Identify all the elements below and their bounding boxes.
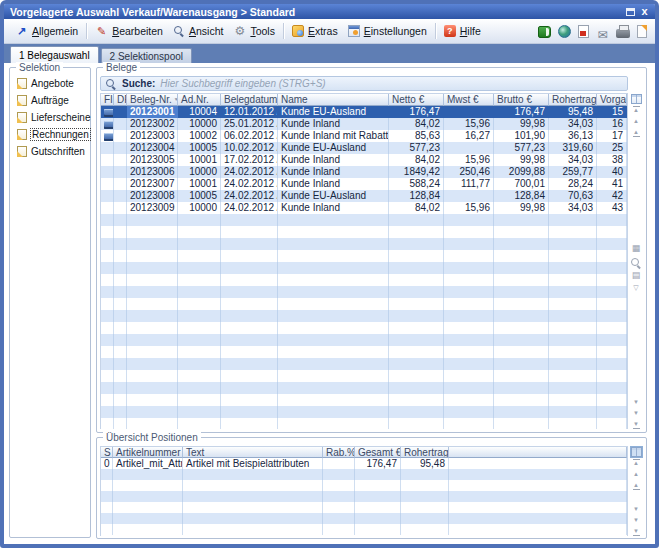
- grid-view-icon[interactable]: [630, 243, 642, 253]
- zoom-icon[interactable]: [630, 257, 643, 266]
- menu-item-extras[interactable]: Extras: [287, 23, 343, 39]
- cell: [101, 382, 114, 394]
- column-header-blank[interactable]: [449, 447, 627, 458]
- cell-rab: [323, 458, 355, 469]
- cell: [401, 469, 449, 480]
- belege-row[interactable]: 201230011000412.01.2012 /DoKunde EU-Ausl…: [101, 106, 627, 118]
- column-header-vorgang[interactable]: Vorgang: [597, 94, 627, 106]
- belege-row[interactable]: 201230041000510.02.2012 /FrKunde EU-Ausl…: [101, 142, 627, 154]
- column-header-gesamt[interactable]: Gesamt €: [355, 447, 401, 458]
- position-row[interactable]: 0Artikel_mit_AttributenArtikel mit Beisp…: [101, 458, 627, 469]
- selektion-item-angebote[interactable]: Angebote: [17, 78, 87, 89]
- menu-item-bearbeiten[interactable]: Bearbeiten: [90, 23, 168, 40]
- cell: [444, 298, 494, 310]
- cell-vorgang: 41: [597, 178, 627, 190]
- cell: [221, 370, 278, 382]
- cell: [278, 238, 389, 250]
- page-up-icon[interactable]: [630, 128, 643, 137]
- scroll-bottom-icon[interactable]: [630, 420, 643, 429]
- belege-row[interactable]: 201230031000206.02.2012 /MoKunde Inland …: [101, 130, 627, 142]
- note-icon: [17, 146, 27, 157]
- column-header-beleg-nr[interactable]: Beleg-Nr.: [127, 94, 178, 106]
- restore-window-icon[interactable]: [626, 8, 635, 16]
- column-header-text[interactable]: Text: [183, 447, 323, 458]
- scroll-up-icon[interactable]: [630, 470, 643, 479]
- page-up-icon[interactable]: [630, 481, 643, 490]
- cell: [389, 226, 444, 238]
- page-down-icon[interactable]: [630, 409, 643, 418]
- cell-name: Kunde EU-Ausland: [278, 142, 389, 154]
- book-icon[interactable]: [538, 26, 551, 38]
- belege-row[interactable]: 201230021000025.01.2012 /MiKunde Inland8…: [101, 118, 627, 130]
- menu-item-allgemein[interactable]: Allgemein: [10, 23, 83, 40]
- belege-row[interactable]: 201230071000124.02.2012 /FrKunde Inland5…: [101, 178, 627, 190]
- cell: [444, 370, 494, 382]
- printed-icon: [104, 109, 114, 117]
- scroll-down-icon[interactable]: [630, 398, 643, 407]
- titlebar[interactable]: Vorgelagerte Auswahl Verkauf/Warenausgan…: [4, 4, 655, 19]
- column-header-fi[interactable]: FI: [101, 94, 114, 106]
- page-down-icon[interactable]: [630, 516, 643, 525]
- menu-item-label: Tools: [250, 25, 275, 37]
- selektion-item-rechnungen[interactable]: Rechnungen: [17, 129, 87, 140]
- new-document-icon[interactable]: [637, 25, 647, 38]
- tab-1-belegauswahl[interactable]: 1 Belegauswahl: [10, 46, 99, 63]
- cell: [389, 214, 444, 226]
- selektion-panel: Selektion AngeboteAufträgeLieferscheineR…: [9, 67, 91, 538]
- scroll-up-icon[interactable]: [630, 117, 643, 126]
- menu-item-hilfe[interactable]: Hilfe: [439, 23, 486, 39]
- pdf-export-icon[interactable]: [578, 25, 589, 38]
- menu-separator: [435, 23, 436, 39]
- menu-item-ansicht[interactable]: Ansicht: [168, 23, 228, 39]
- cell-mwst: 15,96: [444, 202, 494, 214]
- cell: [278, 274, 389, 286]
- scroll-top-icon[interactable]: [630, 459, 643, 468]
- belege-row[interactable]: 201230091000024.02.2012 /FrKunde Inland8…: [101, 202, 627, 214]
- cell: [127, 406, 178, 418]
- list-icon[interactable]: [630, 270, 642, 280]
- tab-label: 2 Selektionspool: [110, 51, 183, 62]
- scroll-bottom-icon[interactable]: [630, 527, 643, 536]
- cell-fi: [101, 202, 114, 214]
- close-icon[interactable]: [640, 6, 649, 17]
- column-header-dr[interactable]: DR: [114, 94, 127, 106]
- email-icon[interactable]: [596, 25, 609, 38]
- column-header-ad-nr[interactable]: Ad.Nr.: [178, 94, 221, 106]
- cell-rohertrag: 34,03: [549, 154, 597, 166]
- column-header-artikelnummer[interactable]: Artikelnummer: [113, 447, 183, 458]
- column-header-rohertrag[interactable]: Rohertrag €: [549, 94, 597, 106]
- column-header-mwst[interactable]: Mwst €: [444, 94, 494, 106]
- print-icon[interactable]: [616, 29, 630, 38]
- cell: [114, 298, 127, 310]
- column-chooser-icon[interactable]: [631, 94, 642, 104]
- globe-icon[interactable]: [558, 25, 571, 38]
- menu-item-label: Bearbeiten: [112, 25, 163, 37]
- column-header-belegdatum[interactable]: Belegdatum: [221, 94, 278, 106]
- scroll-top-icon[interactable]: [630, 106, 643, 115]
- column-header-brutto[interactable]: Brutto €: [494, 94, 549, 106]
- column-header-rohertrag[interactable]: Rohertrag €: [401, 447, 449, 458]
- selektion-item-lieferscheine[interactable]: Lieferscheine: [17, 112, 87, 123]
- note-icon: [17, 112, 27, 123]
- column-chooser-icon[interactable]: [631, 447, 642, 457]
- column-header-s[interactable]: S: [101, 447, 113, 458]
- column-header-name[interactable]: Name: [278, 94, 389, 106]
- column-header-rab[interactable]: Rab.%: [323, 447, 355, 458]
- empty-row: [101, 346, 627, 358]
- search-bar[interactable]: Suche: Hier Suchbegriff eingeben (STRG+S…: [100, 76, 628, 91]
- cell: [278, 262, 389, 274]
- scroll-down-icon[interactable]: [630, 505, 643, 514]
- menu-item-tools[interactable]: Tools: [228, 23, 280, 40]
- menu-item-einstellungen[interactable]: Einstellungen: [343, 23, 432, 39]
- cell: [178, 334, 221, 346]
- cell-s: 0: [101, 458, 113, 469]
- cell: [355, 513, 401, 524]
- selektion-item-gutschriften[interactable]: Gutschriften: [17, 146, 87, 157]
- tab-2-selektionspool[interactable]: 2 Selektionspool: [101, 48, 192, 63]
- belege-row[interactable]: 201230061000024.02.2012 /FrKunde Inland1…: [101, 166, 627, 178]
- belege-row[interactable]: 201230081000524.02.2012 /FrKunde EU-Ausl…: [101, 190, 627, 202]
- filter-icon[interactable]: [630, 284, 642, 292]
- column-header-netto[interactable]: Netto €: [389, 94, 444, 106]
- belege-row[interactable]: 201230051000117.02.2012 /FrKunde Inland8…: [101, 154, 627, 166]
- selektion-item-aufträge[interactable]: Aufträge: [17, 95, 87, 106]
